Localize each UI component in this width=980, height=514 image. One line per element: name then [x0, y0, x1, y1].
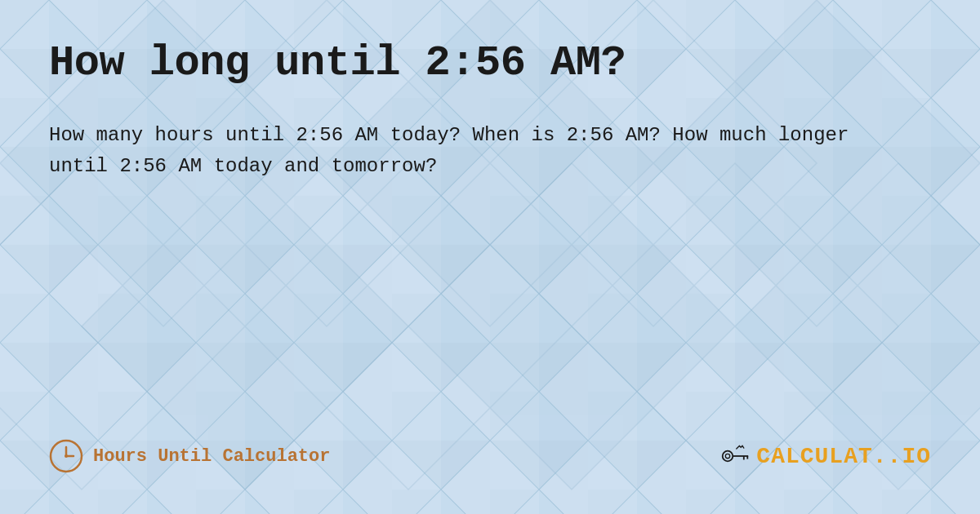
hours-calculator-brand: Hours Until Calculator — [49, 439, 330, 473]
svg-point-31 — [65, 454, 68, 458]
svg-point-32 — [723, 451, 733, 462]
hours-calculator-label: Hours Until Calculator — [93, 446, 330, 467]
svg-point-33 — [726, 454, 730, 458]
page-description: How many hours until 2:56 AM today? When… — [49, 120, 906, 183]
brand-text: CALCULAT..IO — [756, 444, 931, 469]
brand-prefix: CALCULAT — [756, 444, 872, 469]
calculat-io-brand: CALCULAT..IO — [720, 441, 931, 471]
clock-icon — [49, 439, 83, 473]
page-footer: Hours Until Calculator CALCULAT..IO — [49, 439, 931, 481]
brand-suffix: .IO — [888, 444, 931, 469]
brand-dot: . — [873, 444, 888, 469]
page-title: How long until 2:56 AM? — [49, 39, 931, 87]
calculat-io-icon — [720, 441, 750, 471]
